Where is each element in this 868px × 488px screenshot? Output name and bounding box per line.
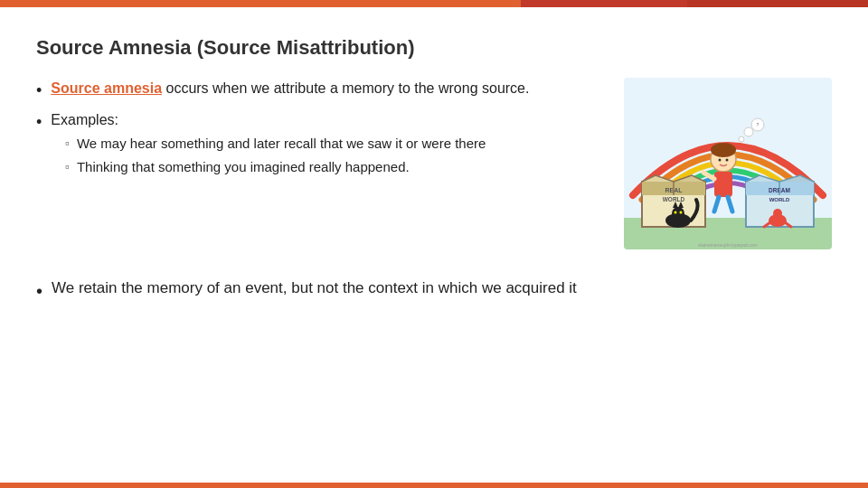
text-content: • Source amnesia occurs when we attribut… (36, 78, 606, 188)
main-body: • Source amnesia occurs when we attribut… (36, 78, 832, 249)
bottom-bullet: • We retain the memory of an event, but … (36, 277, 832, 305)
svg-point-28 (675, 211, 677, 214)
slide-title: Source Amnesia (Source Misattribution) (36, 36, 832, 60)
bullet-item-1: • Source amnesia occurs when we attribut… (36, 78, 606, 102)
svg-text:?: ? (757, 122, 760, 127)
bullet2-content: Examples: ▫ We may hear something and la… (51, 109, 486, 181)
slide-content: Source Amnesia (Source Misattribution) •… (36, 27, 832, 470)
svg-point-19 (726, 159, 729, 162)
sub-bullet-item-2: ▫ Thinking that something you imagined r… (65, 157, 486, 176)
bottom-bullet-dot: • (36, 277, 42, 305)
svg-text:WORLD: WORLD (769, 197, 790, 202)
bullet1-text: Source amnesia occurs when we attribute … (51, 78, 529, 99)
svg-point-21 (744, 127, 753, 136)
sub-bullet-text-2: Thinking that something you imagined rea… (77, 157, 410, 176)
dream-world-image: REAL WORLD DREAM WORLD (624, 78, 832, 249)
sub-bullet-text-1: We may hear something and later recall t… (77, 134, 486, 153)
bullet-item-2: • Examples: ▫ We may hear something and … (36, 109, 606, 181)
highlight-term: Source amnesia (51, 80, 162, 96)
top-right-accent (687, 0, 868, 7)
svg-text:WORLD: WORLD (663, 196, 685, 202)
svg-text:elainemarieuphi.typepad.com: elainemarieuphi.typepad.com (698, 242, 757, 248)
bullet2-label: Examples: (51, 112, 118, 127)
sub-bullet-marker-2: ▫ (65, 159, 70, 175)
svg-point-18 (719, 159, 722, 162)
svg-rect-14 (714, 172, 732, 197)
image-container: REAL WORLD DREAM WORLD (624, 78, 832, 249)
svg-point-31 (773, 209, 782, 218)
svg-point-25 (672, 207, 684, 220)
sub-bullet-marker-1: ▫ (65, 136, 70, 152)
bullet-dot-2: • (36, 110, 42, 134)
bottom-bullet-text: We retain the memory of an event, but no… (52, 277, 577, 300)
bullet-dot-1: • (36, 79, 42, 102)
bullet1-rest: occurs when we attribute a memory to the… (162, 80, 529, 96)
sub-bullets: ▫ We may hear something and later recall… (65, 134, 486, 176)
svg-point-20 (739, 136, 744, 142)
svg-point-29 (680, 211, 683, 214)
sub-bullet-item-1: ▫ We may hear something and later recall… (65, 134, 486, 153)
bottom-accent-bar (0, 483, 868, 488)
svg-point-13 (711, 143, 736, 157)
